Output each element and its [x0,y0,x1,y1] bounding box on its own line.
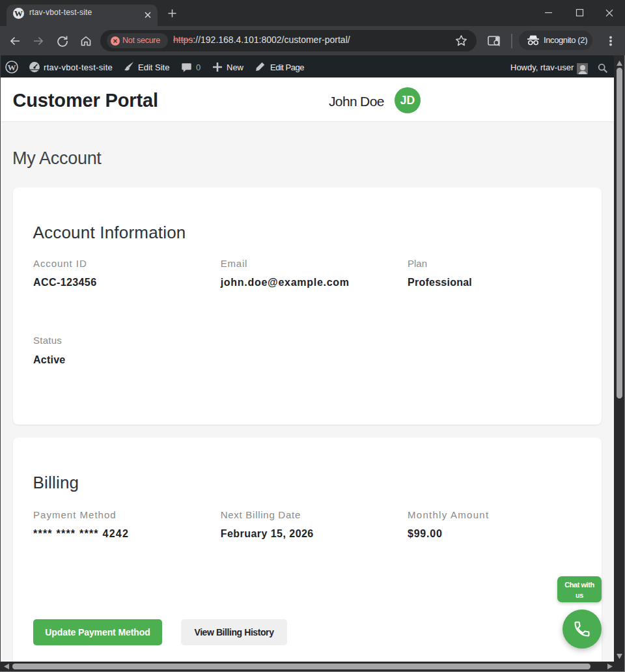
svg-text:W: W [8,63,16,72]
